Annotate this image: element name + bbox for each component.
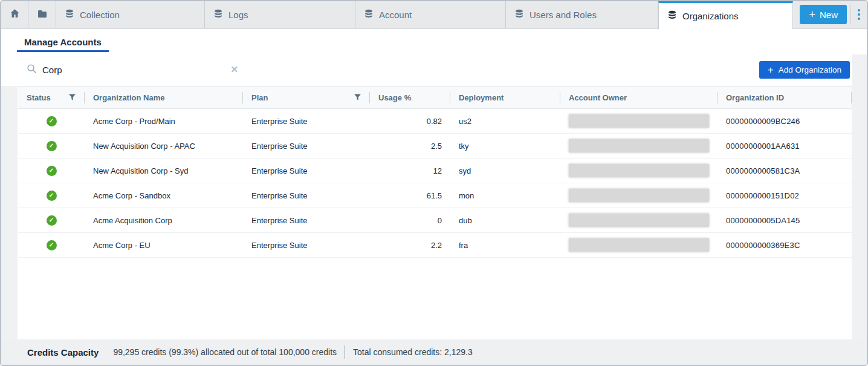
account-owner-cell <box>560 134 717 158</box>
database-icon <box>213 9 223 21</box>
organization-id-cell: 00000000001AA631 <box>717 134 852 158</box>
status-cell: ✓ <box>18 158 85 183</box>
filter-icon[interactable] <box>354 94 361 102</box>
status-cell: ✓ <box>18 109 85 133</box>
left-gutter <box>1 86 17 365</box>
tab-collection[interactable]: Collection <box>56 1 205 28</box>
column-header-usage[interactable]: Usage % <box>370 87 450 108</box>
credits-capacity-label: Credits Capacity <box>27 347 99 358</box>
search-box: ✕ <box>27 64 239 76</box>
subtab-row: Manage Accounts <box>17 33 109 54</box>
usage-cell: 2.5 <box>370 134 450 158</box>
usage-cell: 12 <box>370 158 450 183</box>
account-owner-cell <box>560 208 717 232</box>
organization-name-cell: Acme Acquisition Corp <box>85 208 243 232</box>
column-header-deployment[interactable]: Deployment <box>450 87 560 108</box>
plus-icon: + <box>809 9 815 20</box>
organization-name-cell: New Acquisition Corp - Syd <box>85 158 243 183</box>
redacted-owner <box>569 114 709 128</box>
folder-tab[interactable] <box>28 1 56 28</box>
table-row[interactable]: ✓ New Acquisition Corp - Syd Enterprise … <box>18 158 852 183</box>
tab-account[interactable]: Account <box>355 1 506 28</box>
column-header-account-owner[interactable]: Account Owner <box>560 87 717 108</box>
organization-id-cell: 0000000000581C3A <box>717 158 852 183</box>
account-owner-cell <box>560 183 717 208</box>
tab-manage-accounts[interactable]: Manage Accounts <box>17 33 109 52</box>
organizations-table: Status Organization Name Plan Usage % De… <box>18 86 852 341</box>
database-icon <box>514 9 524 21</box>
table-row[interactable]: ✓ Acme Corp - Sandbox Enterprise Suite 6… <box>18 183 852 208</box>
add-organization-label: Add Organization <box>779 65 841 74</box>
organization-name-cell: Acme Corp - Prod/Main <box>85 109 243 133</box>
organization-name-cell: New Acquisition Corp - APAC <box>85 134 243 158</box>
redacted-owner <box>569 189 709 202</box>
organization-id-cell: 0000000000369E3C <box>717 233 852 257</box>
status-active-icon: ✓ <box>47 240 57 250</box>
table-header-row: Status Organization Name Plan Usage % De… <box>18 87 852 109</box>
column-header-organization-name[interactable]: Organization Name <box>85 87 243 108</box>
account-owner-cell <box>560 158 717 183</box>
credits-footer: Credits Capacity 99,295 credits (99.3%) … <box>1 339 867 365</box>
plan-cell: Enterprise Suite <box>243 109 370 133</box>
tab-users-and-roles[interactable]: Users and Roles <box>506 1 658 28</box>
database-icon <box>364 9 374 21</box>
usage-cell: 61.5 <box>370 183 450 208</box>
organization-id-cell: 00000000009BC246 <box>717 109 852 133</box>
folder-icon <box>37 9 48 21</box>
status-active-icon: ✓ <box>47 141 57 151</box>
status-active-icon: ✓ <box>47 166 57 176</box>
status-cell: ✓ <box>18 208 85 232</box>
plan-cell: Enterprise Suite <box>243 233 370 257</box>
redacted-owner <box>569 238 709 252</box>
toolbar: ✕ + Add Organization <box>18 54 850 85</box>
tab-logs[interactable]: Logs <box>205 1 355 28</box>
column-header-organization-id[interactable]: Organization ID <box>717 87 852 108</box>
deployment-cell: mon <box>450 183 560 208</box>
plan-cell: Enterprise Suite <box>243 208 370 232</box>
database-icon <box>667 10 677 22</box>
organization-id-cell: 0000000000151D02 <box>717 183 852 208</box>
app-window: Collection Logs Account Users and Roles … <box>0 0 868 366</box>
usage-cell: 0 <box>370 208 450 232</box>
table-row[interactable]: ✓ Acme Corp - Prod/Main Enterprise Suite… <box>18 109 852 134</box>
organization-name-cell: Acme Corp - EU <box>85 233 243 257</box>
footer-divider <box>345 345 345 359</box>
content-area: Manage Accounts ✕ + Add Organization Sta… <box>1 28 867 365</box>
tab-label: Logs <box>228 10 248 20</box>
tab-bar-filler: + New <box>793 1 867 28</box>
plus-icon: + <box>768 65 774 75</box>
clear-search-icon[interactable]: ✕ <box>229 64 239 75</box>
add-organization-button[interactable]: + Add Organization <box>759 61 850 79</box>
organization-id-cell: 00000000005DA145 <box>717 208 852 232</box>
tab-label: Organizations <box>682 11 739 21</box>
new-button-label: New <box>820 10 838 20</box>
redacted-owner <box>569 214 709 227</box>
usage-cell: 0.82 <box>370 109 450 133</box>
table-row[interactable]: ✓ Acme Corp - EU Enterprise Suite 2.2 fr… <box>18 233 852 258</box>
usage-cell: 2.2 <box>370 233 450 257</box>
account-owner-cell <box>560 109 717 133</box>
new-button[interactable]: + New <box>800 5 847 24</box>
status-active-icon: ✓ <box>47 191 57 201</box>
plan-cell: Enterprise Suite <box>243 134 370 158</box>
table-row[interactable]: ✓ Acme Acquisition Corp Enterprise Suite… <box>18 208 852 233</box>
column-header-status[interactable]: Status <box>18 87 85 108</box>
status-cell: ✓ <box>18 233 85 257</box>
credits-consumed-text: Total consumed credits: 2,129.3 <box>353 347 473 357</box>
status-active-icon: ✓ <box>47 215 57 226</box>
deployment-cell: us2 <box>450 109 560 133</box>
table-row[interactable]: ✓ New Acquisition Corp - APAC Enterprise… <box>18 134 852 158</box>
status-active-icon: ✓ <box>47 116 57 126</box>
deployment-cell: fra <box>450 233 560 257</box>
home-tab[interactable] <box>1 1 28 28</box>
deployment-cell: tky <box>450 134 560 158</box>
kebab-menu-icon[interactable] <box>850 5 867 24</box>
tab-label: Collection <box>80 10 120 20</box>
tab-organizations[interactable]: Organizations <box>658 1 793 29</box>
plan-cell: Enterprise Suite <box>243 158 370 183</box>
filter-icon[interactable] <box>68 94 76 102</box>
search-input[interactable] <box>42 65 224 75</box>
column-header-plan[interactable]: Plan <box>243 87 370 108</box>
scrollbar-gutter <box>852 54 867 365</box>
plan-cell: Enterprise Suite <box>243 183 370 208</box>
